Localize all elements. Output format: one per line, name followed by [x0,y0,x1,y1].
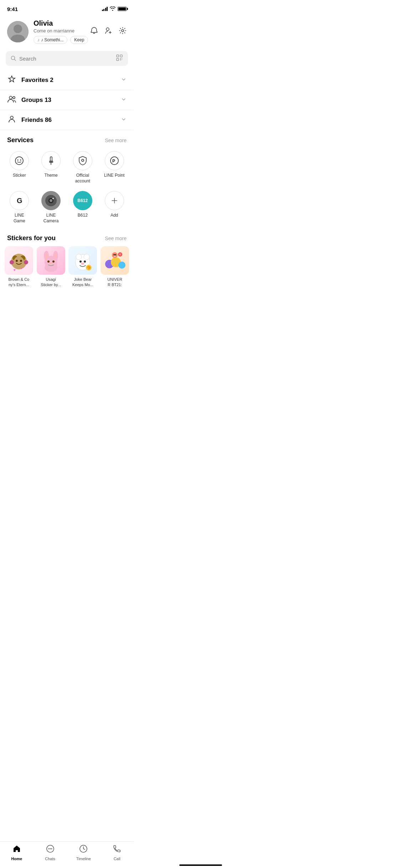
svg-point-44 [52,260,55,263]
service-official-account[interactable]: Officialaccount [67,148,99,188]
service-line-point[interactable]: P LINE Point [98,148,130,188]
b612-logo: B612 [78,198,88,203]
brown-sticker-label: Brown & Cony's Etern... [7,277,31,287]
brush-icon [46,156,56,165]
svg-point-49 [79,260,82,263]
service-line-camera[interactable]: LINECamera [35,188,67,228]
svg-point-42 [54,252,57,259]
avatar[interactable] [7,21,29,42]
notification-icon[interactable] [90,27,98,37]
status-time: 9:41 [7,6,18,12]
friends-section[interactable]: Friends 86 [0,110,134,130]
sticker-brown[interactable]: ♥ ♥ Brown & Cony's Etern... [4,246,34,287]
bt21-sticker-image [102,248,127,273]
stickers-section: Stickers for you See more [0,228,134,287]
svg-text:♥: ♥ [21,267,22,270]
stickers-title: Stickers for you [7,234,56,242]
svg-point-50 [84,260,86,263]
search-bar[interactable] [6,51,128,66]
groups-icon [7,95,16,105]
line-point-label: LINE Point [104,173,124,179]
theme-label: Theme [44,173,57,179]
services-grid: Sticker Theme Officialaccount [0,148,134,228]
svg-point-12 [9,96,12,99]
svg-point-59 [113,254,115,255]
svg-rect-11 [120,60,121,61]
svg-rect-8 [117,58,119,61]
star-icon [7,75,16,85]
profile-info: Olivia Come on marrianne ♪ ♪ Somethi... … [29,19,90,44]
stickers-see-more[interactable]: See more [105,236,127,241]
favorites-label: Favorites 2 [21,77,121,84]
profile-tags: ♪ ♪ Somethi... Keep [34,36,90,44]
svg-point-3 [106,28,109,31]
bt21-sticker-label: UNIVERR BT21: [106,277,124,287]
svg-point-61 [114,255,116,257]
svg-rect-9 [120,58,121,60]
service-b612[interactable]: B612 B612 [67,188,99,228]
usagi-sticker-label: UsagiSticker by... [39,277,62,287]
svg-point-16 [17,160,19,161]
stickers-header: Stickers for you See more [0,231,134,246]
sticker-joke-bear[interactable]: ♪ Joke BearKeeps Mo... [68,246,98,287]
shield-icon [78,156,87,166]
groups-section[interactable]: Groups 13 [0,90,134,110]
friends-label: Friends 86 [21,117,121,124]
music-tag[interactable]: ♪ ♪ Somethi... [34,36,67,44]
keep-tag[interactable]: Keep [70,36,88,44]
svg-rect-6 [117,55,119,57]
svg-point-14 [10,116,13,119]
friends-icon [7,115,16,125]
stickers-grid: ♥ ♥ Brown & Cony's Etern... [0,246,134,287]
svg-point-1 [14,25,22,33]
services-header: Services See more [0,130,134,148]
svg-rect-7 [120,55,122,57]
svg-point-33 [10,260,14,264]
usagi-sticker-image [38,248,63,273]
svg-point-34 [24,260,28,264]
svg-point-17 [20,160,21,161]
sticker-bt21[interactable]: UNIVERR BT21: [99,246,130,287]
svg-point-60 [115,254,116,255]
svg-point-25 [50,199,52,202]
service-sticker[interactable]: Sticker [4,148,35,188]
svg-point-51 [81,263,84,265]
wifi-icon [110,6,115,12]
svg-point-15 [15,157,23,165]
service-line-game[interactable]: G LINEGame [4,188,35,228]
profile-status: Come on marrianne [34,28,90,33]
status-icons [102,6,127,12]
svg-point-48 [84,254,89,260]
status-bar: 9:41 [0,0,134,16]
brown-sticker-image: ♥ ♥ [6,248,31,273]
services-see-more[interactable]: See more [105,138,127,143]
svg-point-43 [47,260,50,263]
qr-scan-icon[interactable] [116,54,123,63]
svg-text:P: P [112,159,115,164]
services-title: Services [7,136,34,144]
groups-label: Groups 13 [21,97,121,104]
signal-icon [102,7,108,11]
sticker-usagi[interactable]: UsagiSticker by... [36,246,66,287]
svg-text:♥: ♥ [14,268,16,272]
add-icon [110,197,118,205]
favorites-section[interactable]: Favorites 2 [0,70,134,90]
add-label: Add [110,213,118,218]
svg-point-31 [16,260,18,262]
svg-point-41 [45,252,48,259]
search-input[interactable] [19,56,113,62]
svg-point-26 [52,198,54,199]
service-theme[interactable]: Theme [35,148,67,188]
settings-icon[interactable] [119,27,127,37]
svg-point-20 [82,159,84,161]
profile-name: Olivia [34,19,90,27]
service-add[interactable]: Add [98,188,130,228]
svg-point-45 [50,262,52,264]
joke-bear-sticker-label: Joke BearKeeps Mo... [71,277,95,287]
svg-point-30 [14,257,24,267]
svg-rect-10 [122,58,122,60]
profile-header: Olivia Come on marrianne ♪ ♪ Somethi... … [0,16,134,50]
svg-point-4 [122,30,124,32]
add-friend-icon[interactable] [104,27,112,37]
game-letter-icon: G [17,197,22,205]
